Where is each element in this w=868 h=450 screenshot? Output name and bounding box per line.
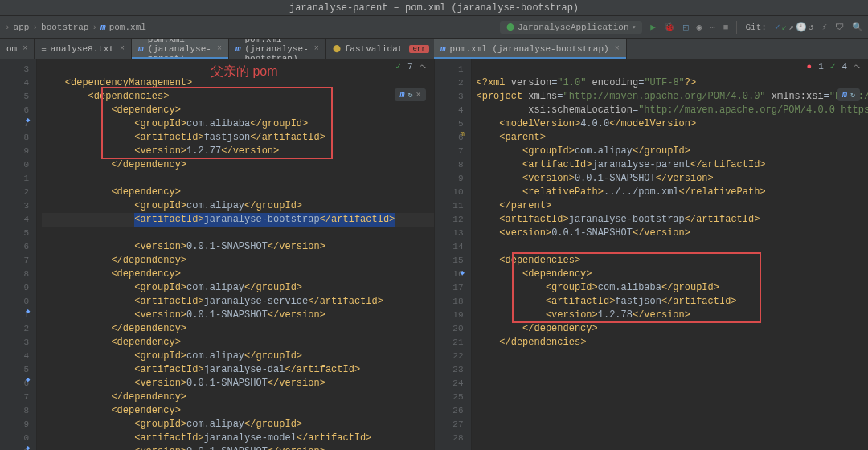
- gutter-glyphs-left: ◆ ◆ ◆ ◆: [29, 59, 37, 450]
- chevron-down-icon: ヘ: [420, 62, 426, 71]
- text-file-icon: ≡: [41, 44, 47, 54]
- code-line: <groupId>com.alipay</groupId>: [42, 282, 302, 293]
- chevron-down-icon: ▾: [633, 23, 637, 31]
- maven-reload-chip[interactable]: m↻×: [395, 88, 425, 101]
- coverage-button[interactable]: ◱: [683, 22, 689, 32]
- code-line: <groupId>com.alipay</groupId>: [42, 350, 302, 362]
- code-line: <version>1.2.77</version>: [42, 145, 279, 157]
- code-line: <dependency>: [42, 268, 181, 280]
- artifact-glyph-icon[interactable]: ◆: [26, 116, 37, 127]
- search-everywhere-button[interactable]: 🔍: [852, 22, 863, 32]
- close-icon[interactable]: ×: [416, 91, 420, 100]
- chevron-right-icon: ›: [32, 22, 38, 32]
- code-line: <groupId>com.alipay</groupId>: [42, 200, 302, 211]
- code-line: <artifactId>jaranalyse-service</artifact…: [42, 296, 383, 307]
- ide-errors-button[interactable]: 🛡: [835, 22, 844, 32]
- attach-button[interactable]: ⋯: [710, 22, 715, 32]
- chevron-right-icon: ›: [92, 22, 97, 32]
- code-line: </dependencies>: [477, 337, 587, 348]
- code-line: <dependency>: [42, 405, 181, 416]
- close-icon[interactable]: ×: [23, 44, 27, 53]
- code-line: <artifactId>jaranalyse-parent</artifactI…: [477, 159, 766, 170]
- tab-om[interactable]: om×: [0, 39, 35, 59]
- run-configuration-label: JaranalyseApplication: [518, 22, 629, 32]
- editor-split: 345678901234567890123456789012 ◆ ◆ ◆ ◆ <…: [0, 59, 868, 450]
- editor-pane-right: 1234567891011121314151617181920212223242…: [435, 59, 869, 450]
- code-line: </dependency>: [477, 323, 598, 334]
- warning-count: 4: [841, 62, 847, 72]
- code-line: <modelVersion>4.0.0</modelVersion>: [477, 118, 697, 129]
- git-update-button[interactable]: ✓: [775, 22, 780, 32]
- run-button[interactable]: ▶: [650, 22, 656, 32]
- code-area-right[interactable]: <?xml version="1.0" encoding="UTF-8"?> <…: [472, 59, 869, 450]
- profile-button[interactable]: ◉: [697, 22, 702, 32]
- tab-label: fastvalidat: [345, 44, 403, 54]
- more-button[interactable]: ⚡: [821, 22, 827, 32]
- gutter-glyphs-right: m ◆: [464, 59, 472, 450]
- inspection-indicator-left[interactable]: ✓7ヘ: [395, 61, 425, 72]
- badge: err: [409, 45, 428, 53]
- tab-pom-parent[interactable]: mpom.xml (jaranalyse-parent)×: [132, 39, 229, 59]
- artifact-glyph-icon[interactable]: ◆: [461, 268, 472, 280]
- gutter-left[interactable]: 345678901234567890123456789012: [0, 59, 29, 450]
- gutter-right[interactable]: 1234567891011121314151617181920212223242…: [435, 59, 464, 450]
- code-line: </dependency>: [42, 159, 186, 170]
- window-title: jaranalyse-parent – pom.xml (jaranalyse-…: [0, 0, 868, 16]
- code-line: <groupId>com.alipay</groupId>: [42, 419, 302, 430]
- separator: [736, 21, 737, 34]
- code-line: <groupId>com.alipay</groupId>: [477, 145, 690, 157]
- code-line: <version>0.0.1-SNAPSHOT</version>: [477, 227, 690, 239]
- annotation-label: 父亲的 pom: [211, 64, 278, 78]
- code-line: </dependency>: [42, 323, 186, 334]
- close-icon[interactable]: ×: [217, 44, 222, 53]
- close-icon[interactable]: ×: [314, 44, 319, 53]
- code-line: <dependency>: [42, 337, 181, 348]
- check-icon: ✓: [830, 61, 836, 72]
- breadcrumb-file[interactable]: pom.xml: [109, 22, 146, 32]
- inspection-indicator-right[interactable]: ●1 ✓4ヘ: [807, 61, 860, 72]
- chevron-right-icon: ›: [5, 22, 10, 32]
- debug-button[interactable]: 🐞: [664, 22, 675, 32]
- maven-icon: m: [235, 44, 241, 54]
- code-line: <version>0.0.1-SNAPSHOT</version>: [42, 378, 326, 389]
- artifact-glyph-icon[interactable]: ◆: [26, 307, 37, 318]
- error-count: 1: [818, 62, 824, 72]
- artifact-glyph-icon[interactable]: ◆: [26, 375, 37, 387]
- git-push-button[interactable]: ↗: [788, 22, 794, 32]
- tab-analyse8[interactable]: ≡analyse8.txt×: [35, 39, 132, 59]
- tab-label: analyse8.txt: [51, 44, 114, 54]
- code-line: <artifactId>fastjson</artifactId>: [42, 132, 326, 143]
- tab-pom-bootstrap-right[interactable]: mpom.xml (jaranalyse-bootstrap)×: [434, 39, 627, 59]
- code-line: <?xml version="1.0" encoding="UTF-8"?>: [477, 77, 697, 88]
- stop-button[interactable]: ■: [723, 22, 729, 32]
- file-icon: ⬤: [333, 44, 341, 53]
- code-line: <dependencies>: [42, 91, 169, 102]
- code-area-left[interactable]: <dependencyManagement> <dependencies> <d…: [37, 59, 434, 450]
- git-history-button[interactable]: 🕘: [796, 22, 807, 32]
- git-rollback-button[interactable]: ↺: [809, 22, 814, 32]
- close-icon[interactable]: ×: [120, 44, 125, 53]
- git-commit-button[interactable]: ↙: [782, 22, 788, 32]
- code-line: <version>0.0.1-SNAPSHOT</version>: [477, 173, 714, 184]
- tab-pom-bootstrap[interactable]: mpom.xml (jaranalyse-bootstrap)×: [229, 39, 326, 59]
- code-line: <groupId>com.alibaba</groupId>: [42, 118, 308, 129]
- breadcrumb-bootstrap[interactable]: bootstrap: [41, 22, 88, 32]
- code-line: <dependency>: [42, 104, 181, 116]
- code-line: xsi:schemaLocation="http://maven.apache.…: [477, 104, 869, 116]
- tab-label: pom.xml (jaranalyse-parent): [148, 39, 211, 59]
- maven-icon: m: [100, 22, 106, 32]
- code-line: <version>0.0.1-SNAPSHOT</version>: [42, 241, 326, 252]
- maven-icon: m: [138, 44, 144, 54]
- close-icon[interactable]: ×: [615, 44, 620, 53]
- code-line: <dependency>: [42, 186, 181, 198]
- chevron-down-icon: ヘ: [854, 62, 860, 71]
- tab-fastvalidat[interactable]: ⬤fastvalidaterr: [326, 39, 434, 59]
- run-configuration[interactable]: ⬤ JaranalyseApplication ▾: [500, 21, 642, 34]
- parent-glyph-icon[interactable]: m: [461, 130, 472, 141]
- maven-reload-chip[interactable]: m↻: [837, 88, 860, 101]
- breadcrumb-app[interactable]: app: [14, 22, 30, 32]
- code-line: <dependencyManagement>: [42, 77, 192, 88]
- code-line: <dependency>: [477, 268, 592, 280]
- artifact-glyph-icon[interactable]: ◆: [26, 444, 37, 450]
- code-line: <artifactId>jaranalyse-dal</artifactId>: [42, 364, 360, 375]
